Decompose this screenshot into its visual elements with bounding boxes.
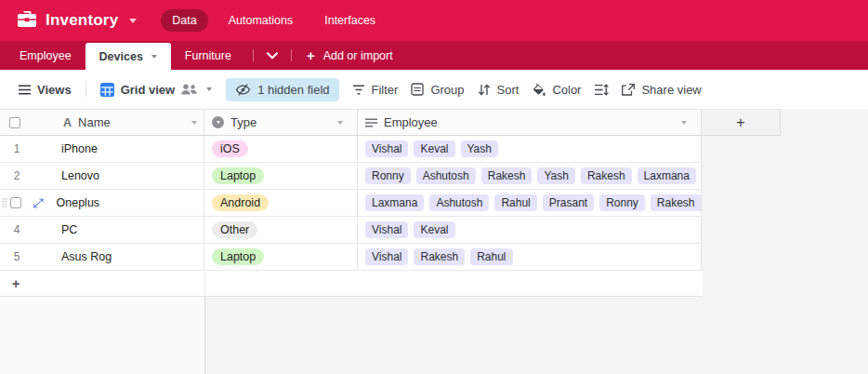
type-option-pill: Other	[212, 221, 257, 238]
hidden-fields-button[interactable]: 1 hidden field	[226, 78, 338, 101]
type-option-pill: Android	[212, 194, 269, 211]
collaborators-icon	[181, 84, 198, 95]
cell-employee[interactable]: VishalKevalYash	[358, 136, 702, 162]
cell-employee[interactable]: VishalKeval	[358, 217, 702, 243]
employee-pill: Vishal	[365, 248, 408, 265]
add-field-button[interactable]: +	[702, 110, 781, 135]
app-title: Inventory	[46, 11, 118, 30]
type-option-pill: Laptop	[212, 248, 264, 265]
table-row[interactable]: 5Asus RogLaptopVishalRakeshRahul	[0, 244, 702, 271]
cell-name[interactable]: iPhone	[61, 142, 98, 155]
chevron-down-icon[interactable]	[337, 121, 343, 125]
share-view-button[interactable]: Share view	[622, 83, 701, 97]
chevron-down-icon	[129, 19, 137, 23]
employee-pill: Ashutosh	[429, 194, 489, 211]
row-number: 5	[0, 250, 33, 263]
column-label: Type	[230, 115, 256, 129]
table-tabs-bar: Employee Devices Furniture + Add or impo…	[0, 41, 868, 70]
tab-employee[interactable]: Employee	[6, 41, 85, 70]
cell-type[interactable]: Laptop	[204, 244, 358, 270]
share-icon	[622, 84, 635, 96]
multiple-select-icon	[365, 118, 377, 127]
share-view-label: Share view	[641, 83, 701, 97]
cell-type[interactable]: Android	[204, 190, 358, 216]
employee-pill: Laxmana	[638, 167, 696, 184]
color-label: Color	[552, 83, 581, 97]
divider	[291, 49, 292, 61]
sort-icon	[478, 84, 491, 96]
view-toolbar: Views Grid view 1 hidden field Filter Gr…	[0, 70, 868, 109]
views-button[interactable]: Views	[19, 83, 72, 97]
row-number: 4	[0, 223, 33, 236]
cell-name[interactable]: PC	[61, 223, 77, 236]
cell-name[interactable]: Asus Rog	[61, 250, 112, 263]
employee-pill: Ashutosh	[416, 167, 476, 184]
frozen-column-background	[0, 297, 205, 374]
drag-handle-icon[interactable]: ⣿	[1, 198, 7, 207]
views-label: Views	[37, 83, 72, 97]
app-menu[interactable]: Inventory	[18, 11, 137, 31]
group-label: Group	[430, 83, 464, 97]
cell-type[interactable]: iOS	[204, 136, 358, 162]
filter-button[interactable]: Filter	[352, 83, 399, 97]
cell-employee[interactable]: RonnyAshutoshRakeshYashRakeshLaxmanaPras…	[358, 163, 702, 189]
cell-type[interactable]: Other	[204, 217, 358, 243]
row-number: 2	[0, 169, 33, 182]
grid-view-icon	[100, 83, 114, 97]
employee-pill: Yash	[537, 167, 574, 184]
chevron-down-icon	[267, 52, 278, 60]
row-number: 1	[0, 142, 33, 155]
view-name-label: Grid view	[121, 83, 176, 97]
table-row[interactable]: ⣿⤢OneplusAndroidLaxmanaAshutoshRahulPras…	[0, 190, 702, 217]
briefcase-icon	[18, 11, 36, 31]
row-checkbox[interactable]	[10, 197, 21, 208]
filter-label: Filter	[372, 83, 399, 97]
paint-bucket-icon	[532, 84, 546, 96]
tab-devices-label: Devices	[99, 50, 143, 63]
column-header-name[interactable]: A Name	[0, 110, 204, 135]
table-row[interactable]: 2LenovoLaptopRonnyAshutoshRakeshYashRake…	[0, 163, 702, 190]
add-or-import-button[interactable]: + Add or import	[299, 41, 401, 70]
employee-pill: Rakesh	[651, 194, 702, 211]
row-height-button[interactable]	[594, 84, 609, 96]
tab-list-chevron-button[interactable]	[261, 41, 283, 70]
column-header-type[interactable]: Type	[204, 110, 358, 135]
divider	[253, 49, 254, 61]
single-line-text-icon: A	[63, 116, 72, 129]
top-nav-automations[interactable]: Automations	[217, 9, 304, 32]
color-button[interactable]: Color	[532, 83, 581, 97]
single-select-icon	[212, 116, 224, 128]
grid-view-button[interactable]: Grid view	[100, 83, 213, 97]
top-nav-interfaces[interactable]: Interfaces	[313, 9, 387, 32]
type-option-pill: iOS	[212, 140, 248, 157]
plus-icon: +	[12, 276, 20, 291]
select-all-checkbox[interactable]	[9, 117, 20, 128]
cell-name[interactable]: Oneplus	[57, 196, 100, 209]
cell-type[interactable]: Laptop	[204, 163, 358, 189]
tab-devices[interactable]: Devices	[85, 43, 171, 70]
table-row[interactable]: 4PCOtherVishalKeval	[0, 217, 702, 244]
chevron-down-icon[interactable]	[191, 121, 197, 125]
employee-pill: Rahul	[494, 194, 536, 211]
tab-furniture[interactable]: Furniture	[171, 41, 245, 70]
employee-pill: Yash	[461, 140, 498, 157]
column-header-employee[interactable]: Employee	[358, 110, 702, 135]
data-grid: A Name Type Employee + 1iPhoneiOSVishalK…	[0, 109, 781, 297]
add-row-button[interactable]: +	[0, 271, 703, 297]
employee-pill: Rahul	[470, 248, 512, 265]
cell-employee[interactable]: LaxmanaAshutoshRahulPrasantRonnyRakesh	[358, 190, 702, 216]
hamburger-icon	[19, 85, 31, 95]
employee-pill: Rakesh	[581, 167, 632, 184]
expand-record-icon[interactable]: ⤢	[33, 196, 43, 209]
chevron-down-icon[interactable]	[681, 121, 687, 125]
employee-pill: Rakesh	[481, 167, 533, 184]
group-button[interactable]: Group	[411, 83, 464, 97]
cell-name[interactable]: Lenovo	[61, 169, 99, 182]
cell-employee[interactable]: VishalRakeshRahul	[358, 244, 702, 270]
table-row[interactable]: 1iPhoneiOSVishalKevalYash	[0, 136, 702, 163]
sort-button[interactable]: Sort	[478, 83, 519, 97]
plus-icon: +	[307, 48, 315, 62]
chevron-down-icon	[206, 87, 212, 91]
employee-pill: Rakesh	[414, 248, 465, 265]
top-nav-data[interactable]: Data	[161, 9, 207, 32]
